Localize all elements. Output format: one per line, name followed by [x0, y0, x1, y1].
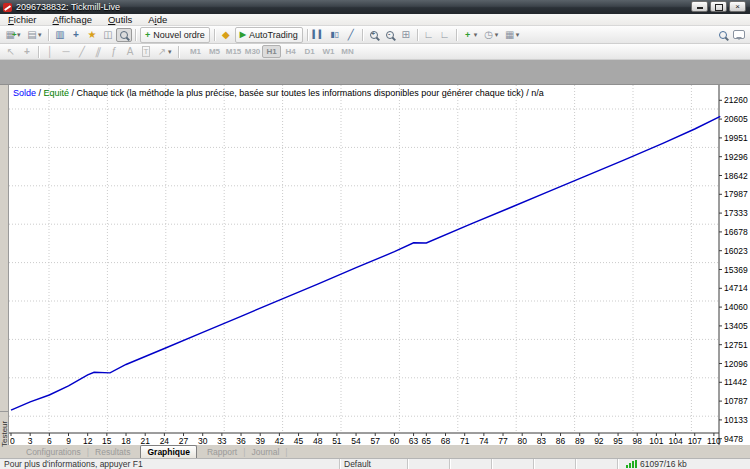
status-profile[interactable]: Default: [340, 459, 408, 469]
cursor-icon: ↖: [7, 46, 15, 57]
channel-button[interactable]: ∥: [90, 45, 106, 59]
text-tool-button[interactable]: A: [122, 45, 138, 59]
x-axis-label: 21: [140, 436, 150, 445]
timeframe-w1[interactable]: W1: [319, 45, 338, 58]
title-bar[interactable]: 2096738832: Tickmill-Live ×: [0, 0, 750, 14]
x-axis-label: 45: [294, 436, 304, 445]
tester-tab-resultats[interactable]: Resultats: [89, 447, 136, 457]
timeframe-d1[interactable]: D1: [300, 45, 319, 58]
minimize-button[interactable]: [691, 1, 708, 12]
x-axis-label: 15: [102, 436, 112, 445]
search-button[interactable]: [715, 28, 731, 42]
timeframe-h4[interactable]: H4: [281, 45, 300, 58]
x-axis-label: 24: [160, 436, 170, 445]
x-axis-label: 39: [255, 436, 265, 445]
toolbar-separator: [307, 29, 308, 41]
x-axis-label: 74: [479, 436, 489, 445]
tab-separator: |: [285, 447, 287, 457]
periods-clock-icon: ◷: [484, 29, 493, 40]
menu-bar: Fichier Affichage Outils Aide: [0, 14, 750, 26]
connection-bars-icon: [626, 460, 637, 468]
y-axis-label: 10133: [724, 415, 748, 425]
tester-tab-configurations[interactable]: Configurations: [20, 447, 87, 457]
maximize-button[interactable]: [710, 1, 727, 12]
x-axis-label: 33: [217, 436, 227, 445]
auto-scroll-button[interactable]: ∟: [421, 28, 437, 42]
timeframe-m30[interactable]: M30: [243, 45, 262, 58]
x-axis-label: 107: [688, 436, 702, 445]
close-button[interactable]: ×: [729, 1, 746, 12]
maximize-icon: [715, 4, 723, 11]
periods-dropdown[interactable]: ▾: [495, 31, 502, 39]
indicators-icon: +: [465, 30, 470, 40]
menu-fichier[interactable]: Fichier: [0, 14, 45, 26]
templates-icon: ▦: [505, 29, 514, 40]
metaeditor-icon: ◆: [222, 29, 230, 40]
data-window-button[interactable]: +: [68, 28, 84, 42]
market-watch-button[interactable]: ▥: [52, 28, 68, 42]
tester-tab-graphique[interactable]: Graphique: [140, 445, 197, 459]
y-axis-label: 15369: [724, 265, 748, 275]
label-tool-button[interactable]: T: [138, 45, 154, 59]
menu-outils[interactable]: Outils: [100, 14, 140, 26]
vertical-line-button[interactable]: │: [42, 45, 58, 59]
x-axis-label: 89: [575, 436, 585, 445]
fibonacci-icon: ƒ: [111, 46, 117, 57]
crosshair-tool-button[interactable]: +: [19, 45, 35, 59]
horizontal-line-button[interactable]: ─: [58, 45, 74, 59]
y-axis-label: 13405: [724, 321, 748, 331]
menu-aide[interactable]: Aide: [140, 14, 175, 26]
fibonacci-button[interactable]: ƒ: [106, 45, 122, 59]
chart-shift-button[interactable]: ∟: [437, 28, 453, 42]
zoom-out-button[interactable]: -: [382, 28, 398, 42]
y-axis-label: 16023: [724, 246, 748, 256]
status-help-text: Pour plus d'informations, appuyer F1: [0, 459, 340, 469]
terminal-button[interactable]: ◫: [100, 28, 116, 42]
y-axis-label: 20605: [724, 114, 748, 124]
new-chart-dropdown[interactable]: ▾: [17, 31, 24, 39]
profiles-dropdown[interactable]: ▾: [38, 31, 45, 39]
tile-windows-button[interactable]: ⊞: [398, 28, 414, 42]
line-chart-button[interactable]: ╱: [343, 28, 359, 42]
indicators-dropdown[interactable]: ▾: [474, 31, 481, 39]
zoom-in-button[interactable]: +: [366, 28, 382, 42]
timeframe-m5[interactable]: M5: [205, 45, 224, 58]
chat-button[interactable]: [731, 28, 747, 42]
arrows-tool-dropdown[interactable]: ▾: [168, 48, 175, 56]
x-axis-label: 77: [498, 436, 508, 445]
toolbar-separator: [456, 29, 457, 41]
y-axis-label: 17987: [724, 189, 748, 199]
y-axis-label: 17333: [724, 208, 748, 218]
toolbar-separator: [48, 29, 49, 41]
x-axis-label: 83: [537, 436, 547, 445]
tester-tab-journal[interactable]: Journal: [245, 447, 285, 457]
tester-tab-rapport[interactable]: Rapport: [201, 447, 243, 457]
strategy-tester-button[interactable]: [116, 28, 132, 42]
equity-line: [11, 116, 720, 410]
autotrading-button[interactable]: ▶AutoTrading: [235, 27, 303, 43]
timeframe-mn[interactable]: MN: [338, 45, 357, 58]
timeframe-m1[interactable]: M1: [186, 45, 205, 58]
new-order-button[interactable]: +Nouvel ordre: [140, 27, 210, 43]
vertical-line-icon: │: [47, 46, 53, 57]
timeframe-m15[interactable]: M15: [224, 45, 243, 58]
navigator-button[interactable]: ★: [84, 28, 100, 42]
metaeditor-button[interactable]: ◆: [218, 28, 234, 42]
app-icon: [3, 3, 12, 12]
x-axis-label: 92: [594, 436, 604, 445]
candlestick-button[interactable]: ▮▯: [327, 28, 343, 42]
trendline-button[interactable]: ╱: [74, 45, 90, 59]
timeframe-h1[interactable]: H1: [262, 45, 281, 58]
y-axis-label: 16678: [724, 227, 748, 237]
templates-dropdown[interactable]: ▾: [516, 31, 523, 39]
channel-icon: ∥: [94, 46, 103, 57]
toolbar-separator: [135, 29, 136, 41]
cursor-tool-button[interactable]: ↖: [3, 45, 19, 59]
label-tool-icon: T: [142, 46, 151, 57]
y-axis-label: 10787: [724, 396, 748, 406]
bar-chart-button[interactable]: ▍▍: [311, 28, 327, 42]
chat-icon: [733, 30, 745, 39]
menu-affichage[interactable]: Affichage: [45, 14, 100, 26]
x-axis-label: 12: [83, 436, 93, 445]
connection-traffic: 61097/16 kb: [640, 459, 687, 469]
